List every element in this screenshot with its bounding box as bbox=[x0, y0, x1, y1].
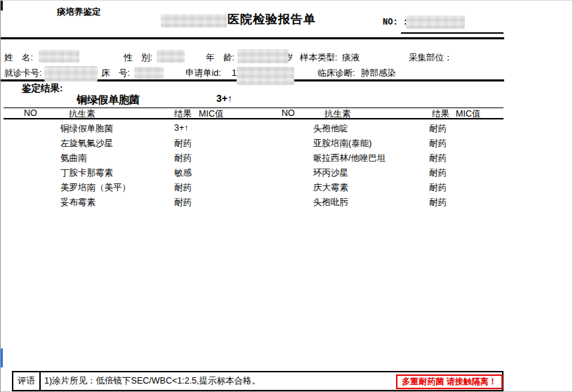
redacted-gender bbox=[157, 50, 185, 63]
redacted-hospital-name bbox=[161, 14, 227, 27]
table-header-bottom-line bbox=[4, 118, 503, 119]
antibiotic-name: 铜绿假单胞菌 bbox=[60, 123, 113, 135]
window-edge-accent bbox=[1, 348, 3, 367]
table-row: 亚胺培南(泰能) 耐药 bbox=[275, 136, 503, 151]
antibiotic-name: 妥布霉素 bbox=[60, 197, 96, 209]
table-row: 铜绿假单胞菌 3+↑ bbox=[1, 122, 275, 136]
bed-no-label: 床 号: bbox=[101, 67, 130, 79]
table-row: 氨曲南 耐药 bbox=[1, 151, 275, 166]
antibiotic-result: 3+↑ bbox=[174, 123, 189, 133]
window-edge-mark bbox=[1, 1, 3, 11]
form-type-label: 痰培养鉴定 bbox=[57, 6, 101, 18]
table-row: 妥布霉素 耐药 bbox=[1, 195, 275, 210]
antibiotic-name: 头孢吡肟 bbox=[313, 197, 348, 209]
redacted-card-no bbox=[44, 66, 98, 81]
col-header-no-left: NO bbox=[24, 108, 37, 118]
table-row: 美罗培南（美平） 耐药 bbox=[1, 181, 275, 195]
antibiotic-result: 耐药 bbox=[429, 152, 447, 164]
card-no-label: 就诊卡号: bbox=[4, 67, 41, 79]
comment-label: 评语 bbox=[13, 372, 41, 390]
redacted-report-no bbox=[406, 15, 465, 29]
diagnosis-label: 临床诊断: bbox=[317, 67, 355, 79]
table-row: 哌拉西林/他唑巴坦 耐药 bbox=[275, 151, 503, 166]
report-no-underline bbox=[401, 32, 503, 34]
sample-type-label: 样本类型: bbox=[300, 52, 337, 63]
sample-type-value: 痰液 bbox=[342, 52, 360, 63]
table-row: 环丙沙星 耐药 bbox=[275, 166, 503, 181]
table-row: 丁胺卡那霉素 敏感 bbox=[1, 166, 275, 181]
table-row: 左旋氧氟沙星 耐药 bbox=[1, 136, 275, 151]
request-id-label: 申请单id: bbox=[185, 67, 221, 79]
result-section-label: 鉴定结果: bbox=[22, 82, 63, 95]
table-row: 庆大霉素 耐药 bbox=[275, 181, 503, 195]
antibiotic-result: 耐药 bbox=[174, 152, 192, 164]
redacted-request-id bbox=[237, 67, 294, 85]
antibiotic-name: 亚胺培南(泰能) bbox=[313, 138, 371, 150]
report-no-label: NO: : bbox=[383, 18, 408, 27]
report-title: 医院检验报告单 bbox=[228, 11, 316, 27]
antibiotic-result: 耐药 bbox=[174, 138, 192, 150]
antibiotic-name: 氨曲南 bbox=[60, 152, 87, 164]
antibiotic-name: 哌拉西林/他唑巴坦 bbox=[313, 152, 386, 164]
antibiotic-result: 耐药 bbox=[429, 197, 447, 209]
antibiotic-name: 美罗培南（美平） bbox=[60, 182, 131, 194]
redacted-age bbox=[237, 49, 289, 63]
antibiotic-name: 头孢他啶 bbox=[313, 123, 348, 135]
antibiotic-result: 耐药 bbox=[429, 138, 447, 150]
antibiotic-table-left: 铜绿假单胞菌 3+↑ 左旋氧氟沙星 耐药 氨曲南 耐药 丁胺卡那霉素 敏感 美罗… bbox=[1, 122, 275, 210]
redacted-patient-name bbox=[39, 50, 79, 63]
redacted-bed-no bbox=[134, 67, 164, 79]
antibiotic-name: 庆大霉素 bbox=[313, 182, 348, 194]
antibiotic-result: 耐药 bbox=[174, 197, 192, 209]
antibiotic-name: 环丙沙星 bbox=[313, 167, 348, 179]
table-row: 头孢他啶 耐药 bbox=[275, 122, 503, 136]
organism-name: 铜绿假单胞菌 bbox=[77, 93, 140, 107]
diagnosis-value: 肺部感染 bbox=[361, 67, 396, 79]
collection-site-label: 采集部位： bbox=[409, 52, 453, 63]
age-label: 年 龄: bbox=[206, 52, 235, 63]
gender-label: 性 别: bbox=[124, 52, 152, 63]
antibiotic-name: 丁胺卡那霉素 bbox=[60, 167, 113, 179]
antibiotic-name: 左旋氧氟沙星 bbox=[60, 138, 113, 150]
antibiotic-result: 耐药 bbox=[429, 123, 447, 135]
antibiotic-result: 耐药 bbox=[429, 182, 447, 194]
mdr-warning-badge: 多重耐药菌 请接触隔离！ bbox=[396, 374, 503, 389]
request-id-value: 1 bbox=[232, 67, 237, 79]
antibiotic-table-right: 头孢他啶 耐药 亚胺培南(泰能) 耐药 哌拉西林/他唑巴坦 耐药 环丙沙星 耐药… bbox=[275, 122, 503, 210]
organism-result: 3+↑ bbox=[216, 93, 232, 104]
header-divider-line bbox=[1, 37, 504, 39]
lab-report-window: 痰培养鉴定 医院检验报告单 NO: : 姓 名: 性 别: 年 龄: 岁 样本类… bbox=[0, 0, 573, 392]
table-row: 头孢吡肟 耐药 bbox=[275, 195, 503, 210]
antibiotic-result: 敏感 bbox=[174, 167, 192, 179]
antibiotic-result: 耐药 bbox=[429, 167, 447, 179]
col-header-no-right: NO bbox=[282, 108, 295, 118]
antibiotic-result: 耐药 bbox=[174, 182, 192, 194]
patient-name-label: 姓 名: bbox=[4, 52, 33, 63]
